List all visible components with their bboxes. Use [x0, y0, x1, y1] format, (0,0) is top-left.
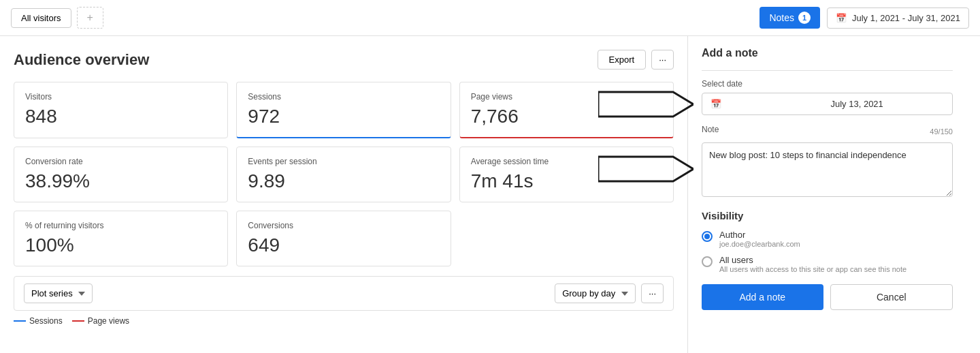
- metric-conversion-rate-label: Conversion rate: [25, 157, 216, 166]
- author-email: joe.doe@clearbank.com: [719, 240, 800, 248]
- main-layout: Audience overview Export ··· Visitors 84…: [0, 36, 980, 353]
- author-label: Author: [719, 230, 800, 240]
- top-bar-right: Notes 1 📅 July 1, 2021 - July 31, 2021: [760, 7, 969, 29]
- chart-legend: Sessions Page views: [14, 316, 674, 326]
- metric-events-per-session: Events per session 9.89: [236, 147, 451, 202]
- note-counter: 49/150: [930, 127, 953, 136]
- visibility-title: Visibility: [702, 210, 953, 221]
- add-note-button[interactable]: Add a note: [702, 284, 823, 310]
- chart-more-button[interactable]: ···: [641, 283, 664, 303]
- legend-page-views-label: Page views: [88, 316, 129, 326]
- metric-visitors: Visitors 848: [14, 82, 228, 138]
- metric-returning-visitors-label: % of returning visitors: [25, 221, 216, 230]
- metric-sessions-value: 972: [248, 106, 439, 127]
- content-area: Audience overview Export ··· Visitors 84…: [0, 36, 687, 353]
- svg-marker-0: [598, 92, 693, 117]
- page-views-line-icon: [72, 320, 84, 322]
- date-input-value: July 13, 2021: [831, 99, 945, 109]
- annotation-arrow-2: [598, 154, 693, 184]
- date-input-row[interactable]: 📅 July 13, 2021: [702, 93, 953, 115]
- annotation-arrow-1: [598, 89, 693, 119]
- notes-label: Notes: [769, 12, 794, 23]
- note-field-label: Note: [702, 125, 719, 134]
- legend-sessions: Sessions: [14, 316, 63, 326]
- date-calendar-icon: 📅: [710, 99, 824, 109]
- select-date-label: Select date: [702, 79, 953, 89]
- content-header: Audience overview Export ···: [14, 50, 674, 70]
- more-options-button[interactable]: ···: [651, 50, 674, 70]
- metric-events-per-session-label: Events per session: [248, 157, 439, 166]
- metric-returning-visitors: % of returning visitors 100%: [14, 211, 228, 266]
- radio-author-circle: [702, 231, 713, 242]
- radio-author[interactable]: Author joe.doe@clearbank.com: [702, 230, 953, 248]
- add-tab-button[interactable]: +: [77, 7, 103, 29]
- date-range-value: July 1, 2021 - July 31, 2021: [852, 13, 960, 23]
- page-title: Audience overview: [14, 51, 149, 69]
- panel-actions: Add a note Cancel: [702, 284, 953, 310]
- radio-all-users[interactable]: All users All users with access to this …: [702, 255, 953, 273]
- legend-page-views: Page views: [72, 316, 129, 326]
- cancel-button[interactable]: Cancel: [830, 284, 953, 310]
- metric-conversions-label: Conversions: [248, 221, 439, 230]
- metric-page-views: Page views 7,766: [459, 82, 674, 138]
- chart-controls: Plot series Group by day ···: [14, 276, 674, 311]
- metric-sessions: Sessions 972: [236, 82, 451, 138]
- radio-author-text: Author joe.doe@clearbank.com: [719, 230, 800, 248]
- top-bar: All visitors + Notes 1 📅 July 1, 2021 - …: [0, 0, 980, 36]
- metric-returning-visitors-value: 100%: [25, 234, 216, 256]
- legend-sessions-label: Sessions: [29, 316, 63, 326]
- date-range-picker[interactable]: 📅 July 1, 2021 - July 31, 2021: [827, 7, 969, 29]
- notes-button[interactable]: Notes 1: [760, 7, 820, 29]
- radio-all-users-circle: [702, 256, 713, 267]
- note-textarea[interactable]: New blog post: 10 steps to financial ind…: [702, 142, 953, 197]
- all-users-sub: All users with access to this site or ap…: [719, 265, 906, 273]
- header-actions: Export ···: [598, 50, 674, 70]
- panel-title: Add a note: [702, 47, 953, 59]
- metrics-grid: Visitors 848 Sessions 972 Page views 7,7…: [14, 82, 674, 266]
- metric-events-per-session-value: 9.89: [248, 170, 439, 192]
- svg-marker-1: [598, 157, 693, 181]
- export-button[interactable]: Export: [598, 50, 647, 70]
- chart-right: Group by day ···: [555, 283, 664, 303]
- metric-visitors-value: 848: [25, 106, 216, 127]
- all-users-label: All users: [719, 255, 906, 265]
- all-visitors-tab[interactable]: All visitors: [11, 8, 71, 28]
- note-field-header: Note 49/150: [702, 125, 953, 138]
- notes-badge: 1: [798, 12, 811, 24]
- calendar-icon: 📅: [836, 13, 847, 23]
- metric-conversion-rate: Conversion rate 38.99%: [14, 147, 228, 202]
- metric-sessions-label: Sessions: [248, 92, 439, 102]
- group-by-select[interactable]: Group by day: [555, 283, 636, 303]
- metric-conversions: Conversions 649: [236, 211, 451, 266]
- metric-conversion-rate-value: 38.99%: [25, 170, 216, 192]
- panel-divider-top: [702, 70, 953, 71]
- sessions-line-icon: [14, 320, 26, 322]
- metric-avg-session-time: Average session time 7m 41s: [459, 147, 674, 202]
- metric-conversions-value: 649: [248, 234, 439, 256]
- right-panel: Add a note Select date 📅 July 13, 2021 N…: [687, 36, 966, 353]
- metric-visitors-label: Visitors: [25, 92, 216, 102]
- radio-all-users-text: All users All users with access to this …: [719, 255, 906, 273]
- plot-series-select[interactable]: Plot series: [24, 283, 93, 303]
